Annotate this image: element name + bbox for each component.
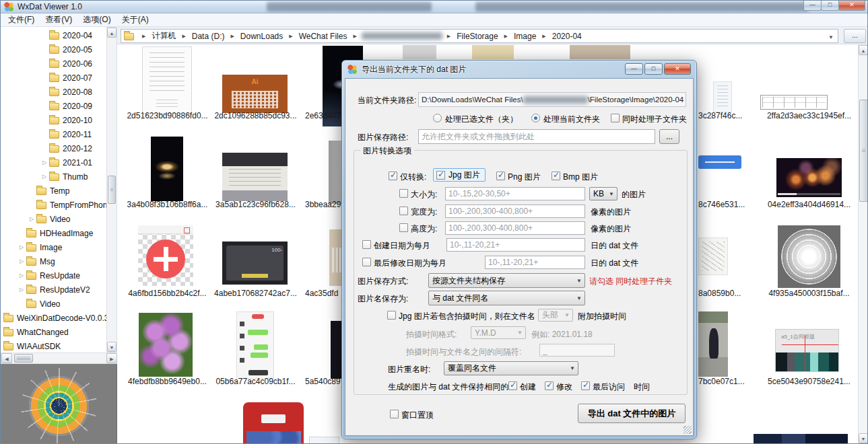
sidebar-item-resupdatev2[interactable]: ▷ResUpdateV2 bbox=[1, 283, 106, 297]
keep-create-label[interactable]: 创建 bbox=[520, 381, 536, 393]
scroll-right-icon[interactable]: ▶ bbox=[106, 353, 117, 363]
file-thumbnail[interactable] bbox=[754, 434, 848, 444]
file-thumbnail[interactable] bbox=[138, 225, 193, 286]
file-thumbnail[interactable] bbox=[570, 45, 630, 59]
width-filter-input[interactable] bbox=[445, 205, 585, 218]
file-thumbnail[interactable] bbox=[403, 45, 436, 59]
exif-position-select[interactable]: 头部▼ bbox=[538, 309, 573, 322]
current-path-field[interactable]: D:\DownLoads\WeChat Files\\FileStorage\I… bbox=[418, 92, 686, 107]
crumb-wechat-files[interactable]: WeChat Files bbox=[298, 32, 349, 41]
file-thumbnail[interactable] bbox=[778, 225, 840, 288]
file-name[interactable]: 4a6fbd156bb2b4c2f... bbox=[124, 289, 211, 298]
sidebar-item-video[interactable]: Video bbox=[1, 297, 106, 311]
tree-horizontal-scrollbar[interactable]: ◀ ▶ bbox=[1, 353, 117, 364]
process-selected-radio[interactable] bbox=[433, 114, 442, 122]
file-thumbnail[interactable] bbox=[776, 158, 842, 197]
sidebar-item-2020-06[interactable]: 2020-06 bbox=[1, 57, 106, 71]
sidebar-item-hdheadimage[interactable]: HDHeadImage bbox=[1, 226, 106, 240]
dialog-close-button[interactable]: ✕ bbox=[664, 63, 691, 75]
created-date-checkbox[interactable] bbox=[362, 240, 371, 249]
file-name[interactable]: 4abeb170682742ac7... bbox=[212, 289, 299, 298]
breadcrumb-overflow-button[interactable]: ... bbox=[844, 29, 866, 43]
scrollbar-thumb[interactable] bbox=[859, 100, 868, 202]
created-date-input[interactable] bbox=[446, 238, 585, 252]
duplicate-select[interactable]: 覆盖同名文件▼ bbox=[444, 361, 578, 375]
browse-button[interactable]: ... bbox=[659, 129, 679, 144]
file-thumbnail[interactable] bbox=[142, 46, 192, 114]
file-name[interactable]: 2dc1096288b85dc93... bbox=[212, 111, 299, 120]
file-thumbnail[interactable] bbox=[309, 437, 339, 444]
scrollbar-thumb[interactable] bbox=[108, 176, 116, 204]
file-name[interactable]: 5ce5043e90758e241... bbox=[766, 377, 853, 386]
sidebar-item-2020-05[interactable]: 2020-05 bbox=[1, 42, 106, 57]
file-name[interactable]: 04e2eff3a404d46914... bbox=[766, 200, 853, 209]
maximize-button[interactable]: □ bbox=[821, 1, 839, 11]
file-thumbnail[interactable]: a5_1合同模版 bbox=[775, 329, 839, 372]
sidebar-item-image[interactable]: ▷Image bbox=[1, 240, 106, 254]
file-thumbnail[interactable] bbox=[222, 153, 288, 201]
height-filter-input[interactable] bbox=[445, 221, 585, 235]
file-thumbnail[interactable] bbox=[331, 321, 341, 379]
file-name[interactable]: 2d51623bd90886fd0... bbox=[124, 111, 211, 120]
size-filter-checkbox[interactable] bbox=[399, 189, 408, 198]
scroll-up-icon[interactable]: ▲ bbox=[107, 28, 116, 38]
expand-arrow-icon[interactable]: ▷ bbox=[17, 244, 26, 250]
subfolders-checkbox[interactable] bbox=[611, 114, 620, 122]
created-date-label[interactable]: 创建日期为每月 bbox=[374, 240, 430, 252]
process-selected-label[interactable]: 处理已选文件（夹） bbox=[445, 114, 518, 125]
sidebar-item-2020-09[interactable]: 2020-09 bbox=[1, 99, 106, 113]
keep-modify-label[interactable]: 修改 bbox=[556, 381, 572, 393]
file-thumbnail[interactable] bbox=[698, 155, 741, 169]
save-path-input[interactable] bbox=[418, 129, 655, 144]
sidebar-item-tempfromphone[interactable]: TempFromPhone bbox=[1, 198, 106, 212]
expand-arrow-icon[interactable]: ▷ bbox=[17, 258, 26, 264]
width-filter-label[interactable]: 宽度为: bbox=[411, 207, 437, 218]
crumb-2020-04[interactable]: 2020-04 bbox=[551, 32, 583, 41]
file-name[interactable]: 8c746e531... bbox=[698, 200, 754, 209]
exif-separator-input[interactable] bbox=[539, 344, 615, 357]
crumb-computer[interactable]: 计算机 bbox=[150, 30, 177, 42]
file-thumbnail[interactable] bbox=[760, 95, 828, 110]
topmost-checkbox[interactable] bbox=[390, 410, 399, 418]
bmp-label[interactable]: Bmp 图片 bbox=[563, 172, 598, 183]
keep-access-label[interactable]: 最后访问 bbox=[593, 381, 625, 393]
jpg-label[interactable]: Jpg 图片 bbox=[448, 170, 480, 181]
scroll-down-icon[interactable]: ▼ bbox=[107, 342, 116, 352]
modified-date-input[interactable] bbox=[485, 256, 585, 269]
sidebar-item-thumb[interactable]: ▷Thumb bbox=[1, 170, 106, 184]
sidebar-item-resupdate[interactable]: ▷ResUpdate bbox=[1, 268, 106, 283]
expand-arrow-icon[interactable]: ▷ bbox=[40, 174, 49, 180]
expand-arrow-icon[interactable]: ▷ bbox=[27, 216, 36, 222]
width-filter-checkbox[interactable] bbox=[399, 207, 408, 215]
sidebar-item-2020-12[interactable]: 2020-12 bbox=[1, 141, 106, 155]
dialog-maximize-button[interactable]: □ bbox=[644, 63, 663, 75]
sidebar-item-2021-01[interactable]: ▷2021-01 bbox=[1, 155, 106, 170]
name-mode-select[interactable]: 与 dat 文件同名▼ bbox=[428, 291, 585, 305]
breadcrumb[interactable]: ▶ 计算机 ▶ Data (D:) ▶ DownLoads ▶ WeChat F… bbox=[121, 29, 838, 43]
chevron-down-icon[interactable]: ▼ bbox=[828, 34, 834, 40]
keep-access-checkbox[interactable] bbox=[581, 381, 590, 390]
topmost-label[interactable]: 窗口置顶 bbox=[401, 410, 434, 421]
scroll-up-icon[interactable]: ▲ bbox=[859, 45, 868, 55]
sidebar-item-wiaautsdk[interactable]: WIAAutSDK bbox=[1, 339, 106, 353]
expand-arrow-icon[interactable]: ▷ bbox=[40, 159, 49, 165]
file-name[interactable]: 2ffa2d3aec33c1945ef... bbox=[766, 111, 853, 120]
redacted-account-crumb[interactable] bbox=[362, 32, 442, 40]
file-thumbnail[interactable]: 100- bbox=[222, 242, 288, 285]
file-name[interactable]: 3a4b08f3b106b8ff6a... bbox=[124, 200, 211, 209]
file-name[interactable]: 3c287f46c... bbox=[698, 111, 754, 120]
scroll-down-icon[interactable]: ▼ bbox=[859, 433, 868, 443]
file-thumbnail[interactable]: Ai bbox=[222, 75, 288, 113]
menu-view[interactable]: 查看(V) bbox=[40, 13, 77, 27]
sidebar-item-whatchanged[interactable]: WhatChanged bbox=[1, 325, 106, 339]
keep-create-checkbox[interactable] bbox=[508, 381, 517, 390]
file-thumbnail[interactable] bbox=[713, 81, 732, 112]
exif-time-checkbox[interactable] bbox=[387, 311, 396, 320]
only-convert-label[interactable]: 仅转换: bbox=[400, 172, 426, 183]
size-filter-input[interactable] bbox=[445, 187, 585, 200]
only-convert-checkbox[interactable] bbox=[389, 172, 397, 180]
dialog-minimize-button[interactable]: — bbox=[625, 63, 643, 75]
file-name[interactable]: 8a0859b0... bbox=[698, 289, 754, 298]
exif-pre-label[interactable]: Jpg 图片若包含拍摄时间，则在文件名 bbox=[399, 311, 535, 322]
crumb-filestorage[interactable]: FileStorage bbox=[455, 32, 499, 41]
